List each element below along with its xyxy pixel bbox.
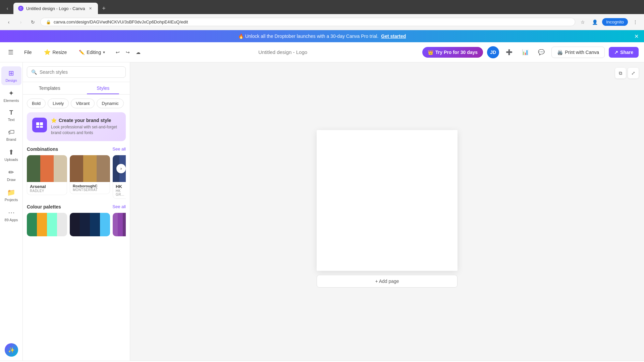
palette-1[interactable] <box>27 213 67 236</box>
sidebar-item-label-brand: Brand <box>6 137 16 141</box>
combo-hk[interactable]: HK HK GR... <box>113 155 126 199</box>
combo-main-font: RoxboroughC <box>73 184 107 188</box>
sidebar-item-elements[interactable]: ✦ Elements <box>1 86 21 105</box>
brand-icon: 🏷 <box>8 128 15 136</box>
apps-icon: ⋯ <box>8 208 15 217</box>
extensions-btn[interactable]: ⋮ <box>631 17 640 27</box>
resize-label: Resize <box>53 50 67 55</box>
promo-close-btn[interactable]: ✕ <box>634 33 639 40</box>
back-btn[interactable]: ‹ <box>4 17 13 27</box>
combinations-grid: Arsenal Radley RoxboroughC MONTSERRAT <box>27 155 126 199</box>
canvas-page <box>317 130 458 271</box>
file-btn[interactable]: File <box>20 48 36 57</box>
close-tab-btn[interactable]: ✕ <box>88 6 93 11</box>
pro-btn[interactable]: 👑 Try Pro for 30 days <box>422 47 483 58</box>
menu-icon[interactable]: ☰ <box>5 47 16 58</box>
tab-templates[interactable]: Templates <box>23 82 76 94</box>
search-box: 🔍 <box>27 66 126 78</box>
add-user-btn[interactable]: ➕ <box>503 46 515 58</box>
sidebar-item-brand[interactable]: 🏷 Brand <box>1 126 21 144</box>
filter-bold[interactable]: Bold <box>27 99 46 108</box>
panel-tabs: Templates Styles <box>23 82 130 95</box>
printer-icon: 🖨️ <box>557 50 563 55</box>
filter-lively[interactable]: Lively <box>48 99 69 108</box>
promo-banner: 🔥 Unlock all the Droptober launches with… <box>0 30 644 42</box>
svg-rect-0 <box>36 122 39 125</box>
chevron-down-icon: ▾ <box>103 50 105 55</box>
palettes-title: Colour palettes <box>27 204 61 209</box>
forward-btn[interactable]: › <box>16 17 25 27</box>
add-page-btn[interactable]: + Add page <box>317 275 458 288</box>
bottom-bar: 📝 Notes Page 1 / 1 89% ⊞ ▦ ⤢ <box>0 361 644 362</box>
address-bar[interactable]: 🔒 canva.com/design/DAGVwdNCKVU/3sBF0dvJx… <box>40 18 575 26</box>
reload-btn[interactable]: ↻ <box>28 17 38 27</box>
sidebar-item-label-apps: 89 Apps <box>5 218 18 222</box>
save-btn[interactable]: ☁ <box>133 48 143 57</box>
resize-btn[interactable]: ⭐ Resize <box>40 47 71 57</box>
avatar-btn[interactable]: JD <box>487 46 499 58</box>
combo-sub-font: HK GR... <box>116 189 126 196</box>
sidebar-item-projects[interactable]: 📁 Projects <box>1 186 21 204</box>
palette-2[interactable] <box>70 213 110 236</box>
browser-tabbar: ‹ C Untitled design - Logo - Canva ✕ + <box>0 0 644 14</box>
url-text: canva.com/design/DAGVwdNCKVU/3sBF0dvJxCp… <box>54 19 188 24</box>
sidebar-item-apps[interactable]: ⋯ 89 Apps <box>1 206 21 225</box>
sidebar-item-draw[interactable]: ✏ Draw <box>1 166 21 184</box>
browser-back-btn[interactable]: ‹ <box>3 4 12 13</box>
editing-label: Editing <box>87 50 101 55</box>
styles-panel: 🔍 Templates Styles Bold Lively <box>23 62 130 361</box>
palette-3[interactable] <box>113 213 126 236</box>
combinations-see-all[interactable]: See all <box>112 146 126 152</box>
brand-card[interactable]: ⭐ Create your brand style Look professio… <box>27 112 126 141</box>
sidebar-item-label: Projects <box>5 198 18 202</box>
bookmark-btn[interactable]: ☆ <box>578 17 587 27</box>
search-input[interactable] <box>40 69 121 75</box>
analytics-btn[interactable]: 📊 <box>519 46 531 58</box>
combo-sub-font: MONTSERRAT <box>73 188 107 192</box>
filter-vibrant[interactable]: Vibrant <box>71 99 95 108</box>
svg-rect-2 <box>36 126 39 128</box>
uploads-icon: ⬆ <box>8 148 14 156</box>
combinations-next-btn[interactable]: › <box>116 164 126 173</box>
browser-tab[interactable]: C Untitled design - Logo - Canva ✕ <box>13 3 98 14</box>
combo-main-font: Arsenal <box>30 184 64 189</box>
palettes-grid <box>27 213 126 236</box>
promo-link[interactable]: Get started <box>381 34 406 39</box>
combinations-header: Combinations See all <box>27 146 126 152</box>
magic-btn[interactable]: ✨ <box>5 343 18 357</box>
undo-btn[interactable]: ↩ <box>113 48 122 57</box>
share-btn[interactable]: ↗ Share <box>609 47 639 58</box>
tab-styles[interactable]: Styles <box>76 82 130 94</box>
combo-arsenal[interactable]: Arsenal Radley <box>27 155 67 199</box>
new-tab-btn[interactable]: + <box>99 4 109 13</box>
sidebar-item-design[interactable]: ⊞ Design <box>1 66 21 85</box>
brand-crown-icon: ⭐ <box>51 118 57 123</box>
sidebar-item-label: Uploads <box>4 158 18 162</box>
filter-dynamic[interactable]: Dynamic <box>97 99 124 108</box>
main-area: ⊞ Design ✦ Elements T Text 🏷 Brand ⬆ Upl… <box>0 62 644 361</box>
combo-roxborough[interactable]: RoxboroughC MONTSERRAT <box>70 155 110 199</box>
pencil-icon: ✏️ <box>79 50 85 55</box>
lock-icon: 🔒 <box>46 20 51 24</box>
svg-rect-3 <box>40 126 43 128</box>
canvas-toolbar-top: ⧉ ⤢ <box>615 68 639 78</box>
sidebar-item-uploads[interactable]: ⬆ Uploads <box>1 145 21 164</box>
sidebar-item-text[interactable]: T Text <box>1 107 21 124</box>
palettes-header: Colour palettes See all <box>27 204 126 209</box>
promo-text: 🔥 Unlock all the Droptober launches with… <box>238 34 379 39</box>
combo-swatch <box>70 155 110 182</box>
print-btn[interactable]: 🖨️ Print with Canva <box>551 47 605 58</box>
editing-btn[interactable]: ✏️ Editing ▾ <box>75 48 109 57</box>
canvas-copy-btn[interactable]: ⧉ <box>615 68 626 78</box>
sidebar-item-label: Text <box>8 118 14 122</box>
canvas-wrapper: + Add page <box>130 62 644 361</box>
comments-btn[interactable]: 💬 <box>535 46 547 58</box>
brand-card-desc: Look professional with set-and-forget br… <box>51 124 120 136</box>
redo-btn[interactable]: ↪ <box>123 48 132 57</box>
canvas-expand-btn[interactable]: ⤢ <box>628 68 639 78</box>
sidebar-item-label: Design <box>5 78 17 82</box>
combo-swatch <box>27 155 67 182</box>
incognito-btn[interactable]: 👤 <box>590 17 599 27</box>
palettes-see-all[interactable]: See all <box>112 204 126 209</box>
incognito-label[interactable]: Incognito <box>602 18 628 26</box>
